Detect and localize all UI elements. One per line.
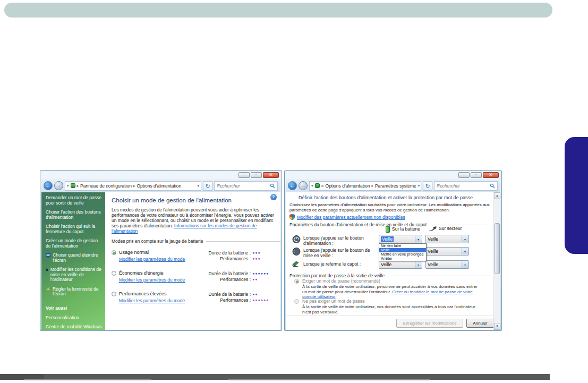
- battery-life-label: Durée de la batterie :: [197, 271, 251, 276]
- chevron-down-icon[interactable]: ▾: [415, 236, 421, 242]
- page-title: Choisir un mode de gestion de l'alimenta…: [112, 197, 274, 203]
- chevron-down-icon[interactable]: ▾: [462, 248, 468, 254]
- titlebar[interactable]: – ▫ ✕: [286, 171, 500, 179]
- sidebar-item-display-off[interactable]: Choisir quand éteindre l'écran: [46, 253, 103, 263]
- search-box[interactable]: [434, 181, 498, 191]
- window-content: Demander un mot de passe pour sortir de …: [41, 192, 280, 330]
- combo-lid-ac[interactable]: Veille ▾: [425, 260, 469, 269]
- breadcrumb[interactable]: ▾ ▸ Panneau de configuration ▸ Options d…: [65, 181, 201, 191]
- breadcrumb-item-options[interactable]: Options d'alimentation: [326, 183, 370, 189]
- forward-button[interactable]: →: [299, 181, 308, 190]
- laptop-lid-icon: [291, 260, 300, 268]
- admin-settings-link-row: Modifier des paramètres actuellement non…: [289, 214, 405, 220]
- intro-text: Choisissez les paramètres d'alimentation…: [289, 202, 490, 212]
- back-button[interactable]: ←: [288, 181, 297, 190]
- sidebar-item-sleep-settings[interactable]: Modifier les conditions de mise en veill…: [46, 267, 103, 283]
- chevron-down-icon[interactable]: ▾: [462, 261, 468, 268]
- page-footer-strip: [228, 379, 430, 380]
- radio-economies-energie[interactable]: [112, 271, 116, 276]
- no-password-desc: À la sortie de veille de votre ordinateu…: [302, 304, 481, 314]
- close-button[interactable]: ✕: [483, 172, 499, 178]
- minimize-button[interactable]: –: [238, 172, 250, 178]
- dropdown-option-ne-rien-faire[interactable]: Ne rien faire: [379, 244, 426, 248]
- combo-power-battery[interactable]: Veille ▾: [379, 235, 422, 243]
- combo-power-ac[interactable]: Veille ▾: [425, 235, 469, 243]
- see-also-header: Voir aussi: [46, 305, 103, 311]
- no-password-label: Ne pas exiger un mot de passe: [302, 299, 365, 304]
- breadcrumb-dropdown-icon[interactable]: ▾: [418, 184, 420, 188]
- sidebar-item-label: Régler la luminosité de l'écran: [53, 287, 103, 297]
- radio-require-password[interactable]: [294, 279, 299, 284]
- breadcrumb[interactable]: ▾ « Options d'alimentation ▸ Paramètres …: [309, 181, 421, 191]
- combo-sleep-ac[interactable]: Veille ▾: [425, 247, 469, 256]
- plan-name: Performances élevées: [119, 291, 167, 296]
- forward-button[interactable]: →: [54, 181, 63, 190]
- breadcrumb-item-parametres[interactable]: Paramètres système: [375, 183, 416, 189]
- sidebar-item-label: Choisir quand éteindre l'écran: [53, 253, 103, 263]
- plan-ratings: Durée de la batterie :●●● Performances :…: [197, 250, 280, 261]
- performance-label: Performances :: [197, 277, 251, 282]
- search-input[interactable]: [437, 183, 490, 189]
- refresh-button[interactable]: ↻: [423, 181, 432, 191]
- chevron-down-icon[interactable]: ▾: [415, 261, 421, 268]
- sidebar-item-power-buttons[interactable]: Choisir l'action des boutons d'alimentat…: [46, 210, 103, 220]
- minimize-button[interactable]: –: [458, 172, 470, 178]
- sidebar-item-brightness[interactable]: ☀ Régler la luminosité de l'écran: [46, 287, 103, 297]
- refresh-button[interactable]: ↻: [203, 181, 212, 191]
- recent-pages-icon[interactable]: ▾: [67, 184, 69, 188]
- recent-pages-icon[interactable]: ▾: [311, 184, 313, 188]
- require-password-label: Exiger un mot de passe (recommandé): [302, 278, 380, 284]
- vertical-scrollbar[interactable]: ▲ ▼: [493, 192, 500, 330]
- uac-shield-icon: [289, 214, 295, 220]
- titlebar[interactable]: – ▫ ✕: [41, 171, 280, 179]
- combo-lid-battery[interactable]: Veille ▾: [379, 260, 422, 269]
- control-panel-icon: [71, 183, 75, 188]
- sidebar-item-password-wakeup[interactable]: Demander un mot de passe pour sortir de …: [46, 195, 103, 206]
- battery-life-dots: ●●: [252, 292, 258, 296]
- radio-no-password[interactable]: [294, 299, 299, 304]
- breadcrumb-item-panneau[interactable]: Panneau de configuration: [80, 183, 132, 189]
- maximize-button[interactable]: ▫: [471, 172, 482, 178]
- intro-text: Les modes de gestion de l'alimentation p…: [112, 207, 278, 234]
- scroll-up-icon[interactable]: ▲: [494, 192, 500, 199]
- window-system-settings: – ▫ ✕ ← → ▾ « Options d'alimentation ▸ P…: [284, 170, 502, 331]
- sidebar-item-personnalisation[interactable]: Personnalisation: [46, 316, 103, 321]
- section-header-plans: Modes pris en compte sur la jauge de bat…: [112, 239, 280, 244]
- save-changes-button[interactable]: Enregistrer les modifications: [396, 319, 463, 328]
- search-icon[interactable]: [270, 183, 275, 189]
- dropdown-option-veille-prolongee[interactable]: Mettre en veille prolongée: [379, 252, 426, 257]
- breadcrumb-overflow-icon[interactable]: «: [321, 183, 324, 189]
- dropdown-option-arreter[interactable]: Arrêter: [379, 257, 426, 261]
- radio-performances-elevees[interactable]: [112, 292, 116, 296]
- plan-ratings: Durée de la batterie :●● Performances :●…: [197, 291, 280, 303]
- sidebar-item-mobility-center[interactable]: Centre de mobilité Windows: [46, 325, 103, 330]
- battery-life-label: Durée de la batterie :: [197, 250, 251, 256]
- help-icon[interactable]: ?: [270, 194, 277, 200]
- unavailable-settings-link[interactable]: Modifier des paramètres actuellement non…: [297, 215, 405, 220]
- breadcrumb-dropdown-icon[interactable]: ▾: [197, 184, 199, 188]
- dropdown-option-veille[interactable]: Veille: [379, 248, 426, 252]
- performance-dots: ●●●: [252, 257, 261, 260]
- chapter-side-tab: [565, 137, 588, 254]
- manual-page: – ▫ ✕ ← → ▾ ▸ Panneau de configuration ▸…: [0, 0, 588, 383]
- maximize-button[interactable]: ▫: [251, 172, 262, 178]
- back-button[interactable]: ←: [44, 181, 53, 190]
- close-button[interactable]: ✕: [263, 172, 279, 178]
- window-power-options: – ▫ ✕ ← → ▾ ▸ Panneau de configuration ▸…: [40, 170, 282, 331]
- search-box[interactable]: [214, 181, 278, 191]
- search-icon[interactable]: [490, 183, 495, 189]
- plan-row-usage-normal: Usage normal Modifier les paramètres du …: [112, 250, 274, 262]
- plan-row-performances: Performances élevées Modifier les paramè…: [112, 291, 274, 304]
- search-input[interactable]: [217, 183, 270, 189]
- radio-usage-normal[interactable]: [112, 250, 116, 255]
- breadcrumb-separator-icon: ▸: [77, 184, 79, 188]
- page-title: Définir l'action des boutons d'alimentat…: [299, 195, 473, 200]
- battery-life-label: Durée de la batterie :: [197, 292, 251, 297]
- scroll-down-icon[interactable]: ▼: [494, 323, 500, 330]
- sidebar-item-create-plan[interactable]: Créer un mode de gestion de l'alimentati…: [46, 239, 103, 249]
- chevron-down-icon[interactable]: ▾: [462, 236, 468, 242]
- breadcrumb-item-options[interactable]: Options d'alimentation: [137, 183, 181, 189]
- cancel-button[interactable]: Annuler: [466, 319, 494, 328]
- scrollbar-thumb[interactable]: [495, 223, 500, 274]
- sidebar-item-lid-close[interactable]: Choisir l'action qui suit la fermeture d…: [46, 224, 103, 234]
